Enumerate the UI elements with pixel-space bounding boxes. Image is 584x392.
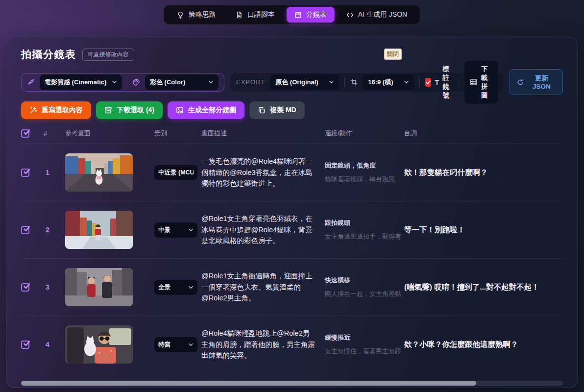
row-number: 4	[44, 341, 65, 348]
row-checkbox[interactable]	[21, 341, 29, 349]
copy-icon	[258, 106, 266, 114]
chevron-down-icon	[188, 227, 194, 233]
storyboard-thumbnail[interactable]	[65, 153, 133, 192]
image-icon	[176, 106, 184, 114]
row-number: 1	[44, 169, 65, 176]
colormode-select[interactable]: 原色 (Original)	[270, 74, 339, 90]
dialogue-cell[interactable]: (喘氣聲) 哎唷！撞到了...對不起對不起！	[404, 281, 563, 293]
chevron-down-icon	[112, 79, 117, 85]
download-grid-button[interactable]: 下載拼圖	[464, 61, 498, 104]
camera-action-cell[interactable]: 快速橫移 兩人撞在一起，女主角差點	[325, 276, 404, 298]
grid-icon	[470, 78, 477, 86]
divider	[419, 77, 420, 87]
rewrite-selected-label: 重寫選取內容	[42, 106, 83, 115]
chevron-down-icon	[404, 79, 409, 85]
tab-label: AI 生成用 JSON	[358, 10, 407, 19]
download-selected-label: 下載選取 (4)	[117, 106, 154, 115]
table-row: 4	[21, 316, 563, 373]
select-all-checkbox[interactable]	[21, 129, 29, 138]
header-image: 參考畫面	[65, 129, 154, 138]
code-icon	[346, 11, 354, 19]
camera-action: 女主角邊跑邊招手，顯得有	[325, 232, 401, 241]
scene-description[interactable]: @Role1女主角穿著亮色羽絨衣，在冰島巷弄中追趕@Role4貓咪，背景是北歐風…	[201, 213, 325, 246]
shot-type-select[interactable]: 特寫	[154, 337, 197, 352]
annotate-checkbox[interactable]	[425, 78, 431, 87]
update-json-label: 更新 JSON	[528, 74, 556, 90]
scrollbar-thumb[interactable]	[21, 381, 476, 386]
controls-row: 電影質感 (Cinematic) 彩色 (Color) EXPORT 原色 (O…	[21, 69, 563, 95]
tab-script[interactable]: 口語腳本	[228, 7, 283, 23]
annotate-shot-number-toggle[interactable]: T 標註鏡號	[425, 65, 453, 100]
export-group: EXPORT 原色 (Original) 16:9 (橫)	[230, 73, 504, 92]
scene-description[interactable]: @Role4貓咪輕盈地跳上@Role2男主角的肩膀，蹭著他的臉，男主角露出帥氣的…	[201, 328, 325, 361]
style-select[interactable]: 電影質感 (Cinematic)	[40, 74, 122, 90]
divider	[459, 77, 459, 87]
close-button[interactable]: 關閉	[384, 49, 402, 60]
chevron-down-icon	[188, 342, 194, 347]
magic-wand-icon	[29, 106, 37, 114]
tab-strategy[interactable]: 策略思路	[169, 7, 224, 23]
tab-label: 口語腳本	[247, 10, 275, 19]
dialogue-cell[interactable]: 等一下！別跑啦！	[404, 224, 563, 235]
header-description: 畫面描述	[201, 129, 325, 138]
header-dialogue: 台詞	[404, 129, 563, 138]
generate-all-label: 生成全部分鏡圖	[188, 106, 236, 115]
table-row: 3 全景	[21, 258, 563, 316]
ratio-select-value: 16:9 (橫)	[368, 78, 393, 87]
dialogue-cell[interactable]: 欸？小咪？你怎麼跟他這麼熟啊？	[404, 339, 563, 350]
chevron-down-icon	[208, 79, 214, 85]
row-checkbox[interactable]	[21, 169, 29, 177]
style-group: 電影質感 (Cinematic) 彩色 (Color)	[21, 73, 224, 92]
tab-json[interactable]: AI 生成用 JSON	[339, 7, 415, 23]
row-checkbox[interactable]	[21, 283, 29, 292]
generate-all-button[interactable]: 生成全部分鏡圖	[168, 101, 244, 119]
camera-action-cell[interactable]: 緩慢推近 女主角愣住，看著男主角跟	[325, 333, 404, 356]
shot-type-value: 中近景 (MCU)	[158, 169, 194, 177]
camera-move: 跟拍鏡頭	[325, 219, 401, 227]
dialogue-cell[interactable]: 欸！那隻貓在叼什麼啊？	[404, 167, 563, 178]
refresh-icon	[517, 79, 524, 86]
row-number: 2	[44, 226, 65, 234]
storyboard-thumbnail[interactable]	[65, 325, 133, 364]
scene-description[interactable]: 一隻毛色漂亮的@Role4貓咪叼著一個精緻的@Role3香氛盒，走在冰島獨特的彩…	[201, 156, 325, 189]
ratio-select[interactable]: 16:9 (橫)	[363, 74, 414, 90]
colormode-select-value: 原色 (Original)	[275, 78, 318, 87]
table-row: 1	[21, 144, 563, 201]
archive-box-icon	[104, 106, 112, 114]
palette-icon	[132, 78, 140, 86]
row-checkbox[interactable]	[21, 226, 29, 234]
download-selected-button[interactable]: 下載選取 (4)	[96, 101, 163, 119]
export-label: EXPORT	[236, 78, 265, 86]
rewrite-selected-button[interactable]: 重寫選取內容	[21, 101, 91, 119]
table-header: # 參考畫面 景別 畫面描述 運鏡/動作 台詞	[21, 123, 563, 144]
camera-move: 緩慢推近	[325, 333, 401, 342]
copy-md-label: 複製 MD	[270, 106, 296, 115]
tab-storyboard[interactable]: 分鏡表	[287, 7, 335, 23]
shot-type-select[interactable]: 全景	[154, 280, 197, 295]
camera-action: 兩人撞在一起，女主角差點	[325, 290, 401, 298]
camera-action-cell[interactable]: 跟拍鏡頭 女主角邊跑邊招手，顯得有	[325, 219, 404, 241]
divider	[127, 77, 127, 87]
shot-type-select[interactable]: 中近景 (MCU)	[154, 165, 197, 180]
table-row: 2 中景	[21, 201, 563, 258]
header-num: #	[44, 130, 65, 137]
scene-description[interactable]: @Role1女主角衝過轉角，迎面撞上一個穿著深色大衣、氣質溫柔的@Role2男主…	[201, 270, 325, 303]
camera-move: 固定鏡頭，低角度	[325, 161, 401, 170]
camera-action-cell[interactable]: 固定鏡頭，低角度 貓咪看著鏡頭，轉身跑開	[325, 161, 404, 184]
chevron-down-icon	[188, 285, 194, 290]
color-select-value: 彩色 (Color)	[150, 78, 185, 87]
camera-action: 女主角愣住，看著男主角跟	[325, 347, 401, 356]
storyboard-thumbnail[interactable]	[65, 211, 133, 249]
shot-type-select[interactable]: 中景	[154, 222, 197, 238]
header-shot: 景別	[154, 129, 201, 138]
color-select[interactable]: 彩色 (Color)	[145, 74, 219, 90]
update-json-button[interactable]: 更新 JSON	[510, 69, 563, 95]
copy-md-button[interactable]: 複製 MD	[249, 101, 305, 119]
lightbulb-icon	[177, 11, 184, 19]
divider	[344, 77, 345, 87]
horizontal-scrollbar[interactable]	[21, 381, 563, 386]
storyboard-thumbnail[interactable]	[65, 268, 133, 306]
row-number: 3	[44, 283, 65, 291]
crop-icon	[350, 78, 358, 86]
shot-type-value: 特寫	[158, 341, 170, 349]
